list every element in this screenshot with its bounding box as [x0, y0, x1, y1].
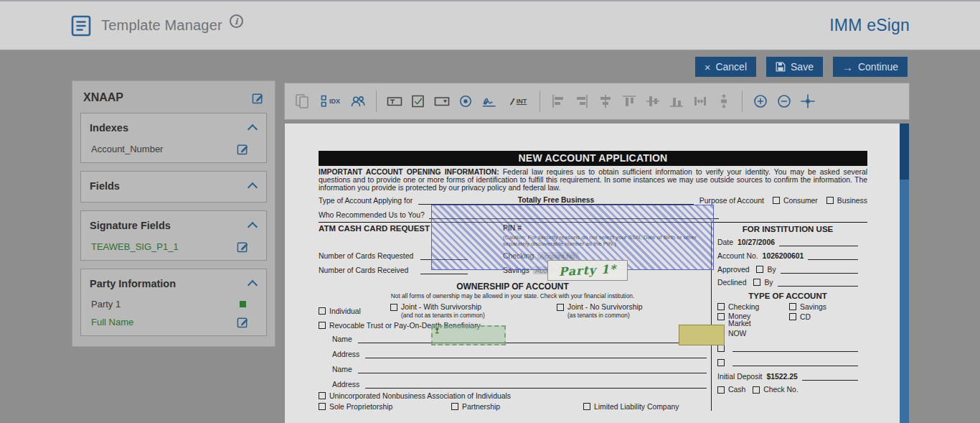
checkbox	[390, 304, 397, 311]
party-item[interactable]: Party 1	[90, 299, 258, 310]
radio-field-icon[interactable]	[456, 91, 476, 111]
revocable-trust-row: Revocable Trust or Pay-On-Death Benefici…	[319, 322, 707, 330]
date-value: 10/27/2006	[738, 238, 775, 246]
initial-deposit-value: $1522.25	[766, 373, 797, 381]
template-sidebar: XNAAP Indexes Account_Number Fields	[72, 80, 275, 347]
document-scrollbar[interactable]	[900, 124, 909, 423]
template-manager-screen: Template Manager i IMM eSign × Cancel Sa…	[0, 0, 980, 423]
field-placeholder-yellow[interactable]	[679, 325, 725, 345]
cancel-x-icon: ×	[705, 62, 711, 73]
option-cash: Cash	[717, 386, 745, 394]
ownership-individual: Individual	[319, 303, 390, 320]
template-manager-icon	[71, 15, 91, 37]
resize-vertical-icon[interactable]	[714, 91, 734, 111]
write-in-line	[779, 238, 858, 246]
write-in-line	[732, 358, 858, 366]
edit-template-icon[interactable]	[252, 92, 264, 104]
account-number-value: 1026200601	[763, 252, 804, 260]
checkbox	[753, 279, 760, 286]
pages-icon[interactable]	[292, 91, 312, 111]
continue-button[interactable]: → Continue	[833, 57, 908, 77]
beneficiary-address-row: Address	[319, 350, 707, 358]
party-information-label: Party Information	[90, 278, 176, 289]
account-type-row: Type of Account Applying for Totally Fre…	[319, 196, 867, 205]
option-money-market: Money Market	[717, 313, 789, 327]
party-field-full-name[interactable]: Full Name	[90, 316, 258, 328]
option-check-no: Check No.	[753, 386, 798, 394]
form-intro: IMPORTANT ACCOUNT OPENING INFORMATION: F…	[319, 168, 867, 192]
signature-field-party1[interactable]: Party 1*	[547, 260, 628, 281]
indexes-section: Indexes Account_Number	[80, 113, 267, 163]
info-icon[interactable]: i	[230, 14, 243, 28]
checkbox	[557, 304, 564, 311]
page-title: Template Manager	[101, 17, 222, 34]
initials-field-icon[interactable]: INT	[503, 91, 532, 111]
align-top-icon[interactable]	[619, 91, 639, 111]
align-center-icon[interactable]	[595, 91, 616, 111]
option-checking: Checking	[717, 303, 789, 311]
beneficiary-name-row-2: Name	[319, 365, 707, 373]
write-in-line	[732, 343, 858, 352]
chevron-up-icon[interactable]	[248, 280, 258, 290]
ownership-title: OWNERSHIP OF ACCOUNT	[319, 282, 707, 292]
center-crosshair-icon[interactable]	[798, 91, 818, 111]
zoom-in-icon[interactable]	[750, 91, 771, 111]
checkbox	[583, 403, 590, 410]
distribute-horizontal-icon[interactable]	[690, 91, 710, 111]
toolbar-separator	[742, 90, 743, 112]
option-now: NOW	[717, 330, 789, 338]
party-information-section-header[interactable]: Party Information	[90, 275, 258, 292]
signature-field-icon[interactable]	[479, 91, 499, 111]
type-of-account-value: Totally Free Business	[418, 196, 694, 205]
edit-signature-field-icon[interactable]	[237, 241, 249, 253]
indexes-section-header[interactable]: Indexes	[90, 119, 258, 136]
field-placeholder-green[interactable]: ↥	[431, 325, 506, 345]
checkbox	[789, 303, 796, 310]
index-item-account-number[interactable]: Account_Number	[90, 143, 258, 155]
edit-index-icon[interactable]	[237, 143, 249, 155]
signature-field-item[interactable]: TEAWEB_SIG_P1_1	[90, 241, 258, 253]
chevron-up-icon[interactable]	[248, 182, 258, 192]
checkbox	[319, 403, 326, 410]
zoom-out-icon[interactable]	[774, 91, 794, 111]
dropdown-field-icon[interactable]	[432, 91, 452, 111]
checkbox	[319, 307, 326, 315]
checkbox-field-icon[interactable]	[408, 91, 428, 111]
align-middle-icon[interactable]	[643, 91, 663, 111]
cancel-label: Cancel	[715, 61, 747, 73]
save-button[interactable]: Save	[766, 57, 823, 77]
idx-fields-icon[interactable]: IDX	[316, 91, 344, 111]
toolbar-separator	[540, 90, 540, 112]
align-left-icon[interactable]	[548, 91, 568, 111]
ownership-joint-no: Joint - No Survivorship (as tenants in c…	[557, 303, 643, 320]
align-bottom-icon[interactable]	[666, 91, 687, 111]
initial-deposit-row: Initial Deposit $1522.25	[717, 372, 858, 381]
cancel-button[interactable]: × Cancel	[695, 57, 756, 77]
template-name: XNAAP	[83, 91, 123, 104]
align-right-icon[interactable]	[572, 91, 592, 111]
write-in-line	[778, 278, 858, 287]
purpose-business-option: Business	[826, 197, 867, 205]
type-of-account-label: Type of Account Applying for	[319, 197, 413, 205]
fields-section: Fields	[80, 171, 267, 203]
continue-arrow-icon: →	[842, 62, 853, 73]
indexes-label: Indexes	[90, 122, 128, 134]
chevron-up-icon[interactable]	[248, 222, 258, 232]
signature-fields-section-header[interactable]: Signature Fields	[90, 217, 258, 234]
checkbox	[773, 197, 780, 204]
parties-icon[interactable]	[348, 91, 368, 111]
approved-row: Approved By	[717, 265, 858, 274]
chevron-up-icon[interactable]	[248, 124, 258, 134]
beneficiary-name-row: Name	[319, 335, 707, 343]
edit-party-field-icon[interactable]	[237, 316, 249, 328]
party-color-swatch	[240, 301, 246, 307]
checkbox	[789, 313, 796, 320]
fields-section-header[interactable]: Fields	[90, 177, 258, 195]
scrollbar-thumb[interactable]	[900, 124, 909, 180]
text-field-icon[interactable]	[385, 91, 405, 111]
checkbox	[451, 403, 458, 410]
blank-option-row	[717, 343, 858, 352]
idx-label: IDX	[329, 98, 340, 105]
write-in-line	[802, 372, 858, 381]
document-viewport[interactable]: NEW ACCOUNT APPLICATION IMPORTANT ACCOUN…	[284, 124, 910, 423]
